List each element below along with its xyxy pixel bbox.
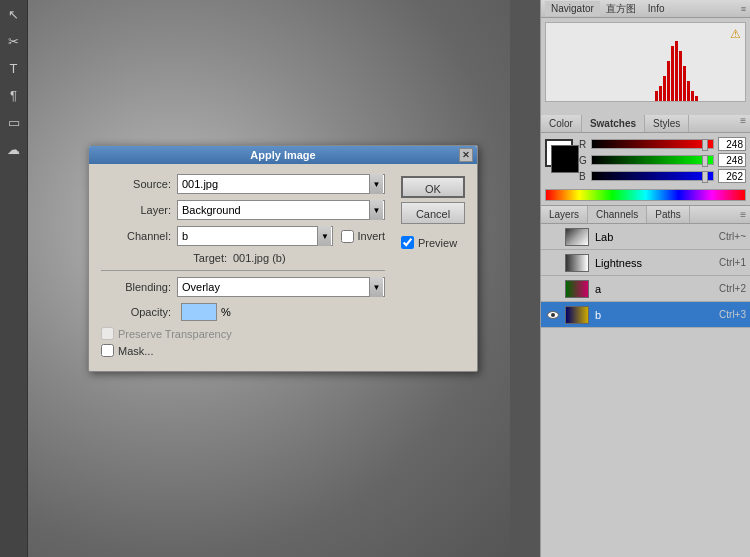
tool-type[interactable]: T (1, 55, 27, 81)
histogram-bar (687, 81, 690, 101)
mask-checkbox[interactable] (101, 344, 114, 357)
color-panel-options[interactable]: ≡ (740, 115, 750, 132)
b-visibility[interactable] (545, 307, 561, 323)
tool-shape[interactable]: ☁ (1, 136, 27, 162)
invert-checkbox[interactable] (341, 230, 354, 243)
tool-para[interactable]: ¶ (1, 82, 27, 108)
preserve-transparency-checkbox[interactable] (101, 327, 114, 340)
preview-checkbox[interactable] (401, 236, 414, 249)
color-tab[interactable]: Color (541, 115, 582, 132)
eye-icon (547, 311, 559, 319)
layers-panel-options[interactable]: ≡ (740, 209, 750, 220)
histogram-tab[interactable]: 直方图 (600, 0, 642, 18)
b-channel-row[interactable]: b Ctrl+3 (541, 302, 750, 328)
opacity-row: Opacity: 100 % (101, 303, 385, 321)
channel-select[interactable]: b (177, 226, 333, 246)
color-sliders: R 248 G 248 B (579, 137, 746, 185)
target-row: Target: 001.jpg (b) (101, 252, 385, 264)
g-value[interactable]: 248 (718, 153, 746, 167)
dialog-body: Source: 001.jpg ▼ Layer: (89, 164, 477, 371)
lightness-channel-row[interactable]: Lightness Ctrl+1 (541, 250, 750, 276)
channel-label: Channel: (101, 230, 171, 242)
g-slider[interactable] (591, 155, 714, 165)
dialog-title: Apply Image (250, 149, 315, 161)
cancel-button[interactable]: Cancel (401, 202, 465, 224)
r-value[interactable]: 248 (718, 137, 746, 151)
tool-cut[interactable]: ✂ (1, 28, 27, 54)
ok-button[interactable]: OK (401, 176, 465, 198)
navigator-options-icon[interactable]: ≡ (741, 4, 746, 14)
g-label: G (579, 155, 589, 166)
info-tab[interactable]: Info (642, 1, 671, 16)
channel-select-wrapper: b ▼ (177, 226, 333, 246)
color-panel-content: R 248 G 248 B (541, 133, 750, 205)
histogram-bar (679, 51, 682, 101)
toolbar: ↖ ✂ T ¶ ▭ ☁ (0, 0, 28, 557)
b-slider-handle[interactable] (702, 171, 708, 183)
lab-channel-name: Lab (595, 231, 719, 243)
a-channel-name: a (595, 283, 719, 295)
a-shortcut: Ctrl+2 (719, 283, 746, 294)
g-slider-row: G 248 (579, 153, 746, 167)
color-spectrum[interactable] (545, 189, 746, 201)
target-label: Target: (177, 252, 227, 264)
color-swatch-area (545, 139, 573, 167)
navigator-tab[interactable]: Navigator (545, 1, 600, 16)
a-channel-row[interactable]: a Ctrl+2 (541, 276, 750, 302)
apply-image-dialog: Apply Image ✕ Source: 001.jpg (88, 145, 478, 372)
lightness-thumbnail (565, 254, 589, 272)
swatches-tab[interactable]: Swatches (582, 115, 645, 132)
dialog-titlebar: Apply Image ✕ (89, 146, 477, 164)
a-thumbnail (565, 280, 589, 298)
source-label: Source: (101, 178, 171, 190)
b-slider-row: B 262 (579, 169, 746, 183)
preserve-transparency-label: Preserve Transparency (118, 328, 232, 340)
navigator-panel: Navigator 直方图 Info ≡ ⚠ (541, 0, 750, 115)
source-select-wrapper: 001.jpg ▼ (177, 174, 385, 194)
lab-thumbnail (565, 228, 589, 246)
opacity-input[interactable]: 100 (181, 303, 217, 321)
layers-tab[interactable]: Layers (541, 206, 588, 223)
histogram-display: ⚠ (545, 22, 746, 102)
r-slider[interactable] (591, 139, 714, 149)
styles-tab[interactable]: Styles (645, 115, 689, 132)
channel-row: Channel: b ▼ Invert (101, 226, 385, 246)
lightness-shortcut: Ctrl+1 (719, 257, 746, 268)
navigator-content: ⚠ (541, 18, 750, 115)
blending-select[interactable]: Overlay (177, 277, 385, 297)
b-label: B (579, 171, 589, 182)
dialog-close-button[interactable]: ✕ (459, 148, 473, 162)
background-swatch[interactable] (551, 145, 579, 173)
channels-tab[interactable]: Channels (588, 206, 647, 223)
layer-select-wrapper: Background ▼ (177, 200, 385, 220)
color-panel-tabs: Color Swatches Styles ≡ (541, 115, 750, 133)
lab-channel-row[interactable]: Lab Ctrl+~ (541, 224, 750, 250)
a-visibility (545, 281, 561, 297)
lab-shortcut: Ctrl+~ (719, 231, 746, 242)
b-channel-name: b (595, 309, 719, 321)
tool-arrow[interactable]: ↖ (1, 1, 27, 27)
dialog-separator (101, 270, 385, 271)
invert-label: Invert (357, 230, 385, 242)
histogram-bar (695, 96, 698, 101)
preserve-transparency-row: Preserve Transparency (101, 327, 385, 340)
b-thumbnail (565, 306, 589, 324)
dialog-buttons: OK Cancel Preview (401, 176, 465, 249)
b-slider[interactable] (591, 171, 714, 181)
tool-rect[interactable]: ▭ (1, 109, 27, 135)
right-panel: Navigator 直方图 Info ≡ ⚠ (540, 0, 750, 557)
lightness-channel-name: Lightness (595, 257, 719, 269)
target-value: 001.jpg (b) (233, 252, 286, 264)
g-slider-handle[interactable] (702, 155, 708, 167)
histogram-bar (667, 61, 670, 101)
paths-tab[interactable]: Paths (647, 206, 690, 223)
b-value[interactable]: 262 (718, 169, 746, 183)
histogram-bar (675, 41, 678, 101)
foreground-swatch[interactable] (545, 139, 573, 167)
source-select[interactable]: 001.jpg (177, 174, 385, 194)
layer-select[interactable]: Background (177, 200, 385, 220)
preview-checkbox-wrapper: Preview (401, 236, 465, 249)
opacity-label: Opacity: (101, 306, 171, 318)
blending-label: Blending: (101, 281, 171, 293)
r-slider-handle[interactable] (702, 139, 708, 151)
